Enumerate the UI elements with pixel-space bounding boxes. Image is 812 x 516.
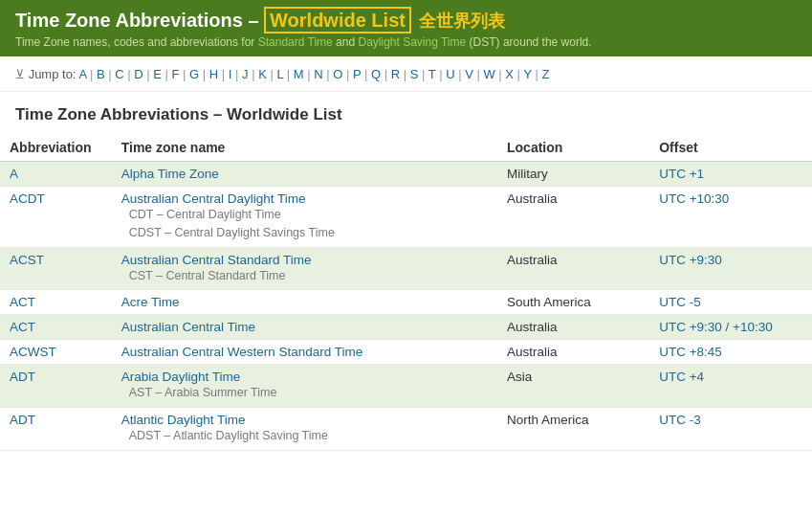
cell-location: South America xyxy=(497,290,649,315)
jump-D[interactable]: D xyxy=(134,67,143,81)
jump-G[interactable]: G xyxy=(189,67,199,81)
jump-W[interactable]: W xyxy=(483,67,494,81)
cell-location: Australia xyxy=(497,247,649,290)
abbr-link[interactable]: ACT xyxy=(10,295,35,309)
cell-abbreviation: ADT xyxy=(0,365,112,408)
header-subtitle: Time Zone names, codes and abbreviations… xyxy=(15,35,797,49)
name-link[interactable]: Atlantic Daylight Time xyxy=(121,413,246,427)
jump-Y[interactable]: Y xyxy=(523,67,531,81)
alias-text: AST – Arabia Summer Time xyxy=(121,384,488,402)
abbr-link[interactable]: ACWST xyxy=(10,345,56,359)
cell-location: Military xyxy=(497,162,649,187)
offset-link[interactable]: UTC +9:30 xyxy=(659,253,722,267)
table-row: AAlpha Time ZoneMilitaryUTC +1 xyxy=(0,162,812,187)
subtitle-and: and xyxy=(336,35,355,49)
cell-location: Australia xyxy=(497,315,649,340)
cell-abbreviation: ADT xyxy=(0,408,112,451)
cell-abbreviation: ACWST xyxy=(0,340,112,365)
table-row: ACWSTAustralian Central Western Standard… xyxy=(0,340,812,365)
jump-label: ⊻ Jump to: xyxy=(15,67,78,81)
col-header-offset: Offset xyxy=(649,134,812,162)
cell-offset: UTC +1 xyxy=(649,162,812,187)
abbr-link[interactable]: ACST xyxy=(10,253,44,267)
alias-text: CDST – Central Daylight Savings Time xyxy=(121,224,488,242)
col-header-abbreviation: Abbreviation xyxy=(0,134,112,162)
cell-name: Australian Central Daylight TimeCDT – Ce… xyxy=(112,187,497,248)
jump-to-text: Jump to: xyxy=(29,67,77,81)
name-link[interactable]: Australian Central Time xyxy=(121,320,255,334)
jump-X[interactable]: X xyxy=(505,67,514,81)
cell-offset: UTC +8:45 xyxy=(649,340,812,365)
jump-U[interactable]: U xyxy=(446,67,454,81)
title-chinese: 全世界列表 xyxy=(419,11,505,31)
page-header: Time Zone Abbreviations – Worldwide List… xyxy=(0,0,812,56)
cell-offset: UTC +9:30 / +10:30 xyxy=(649,315,812,340)
cell-name: Atlantic Daylight TimeADST – Atlantic Da… xyxy=(112,408,497,451)
offset-link[interactable]: UTC +10:30 xyxy=(659,191,729,206)
offset-link[interactable]: UTC -5 xyxy=(659,295,701,309)
cell-abbreviation: ACDT xyxy=(0,187,112,248)
jump-C[interactable]: C xyxy=(115,67,123,81)
offset-link[interactable]: UTC +9:30 / +10:30 xyxy=(659,320,773,334)
cell-offset: UTC +9:30 xyxy=(649,247,812,290)
name-link[interactable]: Alpha Time Zone xyxy=(121,167,219,181)
table-header-row: Abbreviation Time zone name Location Off… xyxy=(0,134,812,162)
alias-text: CST – Central Standard Time xyxy=(121,267,488,285)
jump-Z[interactable]: Z xyxy=(541,67,549,81)
cell-abbreviation: A xyxy=(0,162,112,187)
cell-name: Arabia Daylight TimeAST – Arabia Summer … xyxy=(112,365,497,408)
cell-name: Acre Time xyxy=(112,290,497,315)
name-link[interactable]: Acre Time xyxy=(121,295,180,309)
cell-location: Australia xyxy=(497,187,649,248)
table-row: ADTAtlantic Daylight TimeADST – Atlantic… xyxy=(0,408,812,451)
offset-link[interactable]: UTC +8:45 xyxy=(659,345,722,359)
table-row: ACDTAustralian Central Daylight TimeCDT … xyxy=(0,187,812,248)
subtitle-text: Time Zone names, codes and abbreviations… xyxy=(15,35,254,49)
name-link[interactable]: Arabia Daylight Time xyxy=(121,370,241,384)
jump-navigation: ⊻ Jump to: A | B | C | D | E | F | G | H… xyxy=(0,56,812,92)
offset-link[interactable]: UTC -3 xyxy=(659,413,701,427)
table-body: AAlpha Time ZoneMilitaryUTC +1ACDTAustra… xyxy=(0,162,812,451)
cell-name: Alpha Time Zone xyxy=(112,162,497,187)
abbr-link[interactable]: A xyxy=(10,167,18,181)
cell-abbreviation: ACST xyxy=(0,247,112,290)
cell-offset: UTC -5 xyxy=(649,290,812,315)
jump-Q[interactable]: Q xyxy=(371,67,381,81)
jump-arrow: ⊻ xyxy=(15,67,29,81)
abbr-link[interactable]: ACT xyxy=(10,320,35,334)
cell-name: Australian Central Standard TimeCST – Ce… xyxy=(112,247,497,290)
name-link[interactable]: Australian Central Western Standard Time xyxy=(121,345,363,359)
cell-offset: UTC +4 xyxy=(649,365,812,408)
jump-H[interactable]: H xyxy=(209,67,218,81)
table-row: ACSTAustralian Central Standard TimeCST … xyxy=(0,247,812,290)
page-title: Time Zone Abbreviations – Worldwide List xyxy=(0,92,812,130)
cell-location: North America xyxy=(497,408,649,451)
name-link[interactable]: Australian Central Standard Time xyxy=(121,253,312,267)
cell-location: Asia xyxy=(497,365,649,408)
alias-text: CDT – Central Daylight Time xyxy=(121,206,488,224)
jump-V[interactable]: V xyxy=(465,67,473,81)
table-row: ACTAcre TimeSouth AmericaUTC -5 xyxy=(0,290,812,315)
jump-links: A | B | C | D | E | F | G | H | I | J | … xyxy=(78,66,549,81)
jump-T[interactable]: T xyxy=(428,67,436,81)
jump-B[interactable]: B xyxy=(97,67,105,81)
table-row: ACTAustralian Central TimeAustraliaUTC +… xyxy=(0,315,812,340)
cell-offset: UTC +10:30 xyxy=(649,187,812,248)
name-link[interactable]: Australian Central Daylight Time xyxy=(121,191,306,206)
title-prefix: Time Zone Abbreviations – xyxy=(15,10,264,31)
jump-O[interactable]: O xyxy=(333,67,342,81)
offset-link[interactable]: UTC +4 xyxy=(659,370,704,384)
abbr-link[interactable]: ACDT xyxy=(10,191,45,206)
jump-K[interactable]: K xyxy=(258,67,267,81)
jump-M[interactable]: M xyxy=(294,67,304,81)
cell-location: Australia xyxy=(497,340,649,365)
abbr-link[interactable]: ADT xyxy=(10,413,35,427)
subtitle-end: around the world. xyxy=(503,35,592,49)
timezone-table: Abbreviation Time zone name Location Off… xyxy=(0,134,812,451)
abbr-link[interactable]: ADT xyxy=(10,370,35,384)
jump-E[interactable]: E xyxy=(153,67,162,81)
offset-link[interactable]: UTC +1 xyxy=(659,167,704,181)
jump-N[interactable]: N xyxy=(314,67,322,81)
jump-R[interactable]: R xyxy=(391,67,400,81)
cell-name: Australian Central Western Standard Time xyxy=(112,340,497,365)
